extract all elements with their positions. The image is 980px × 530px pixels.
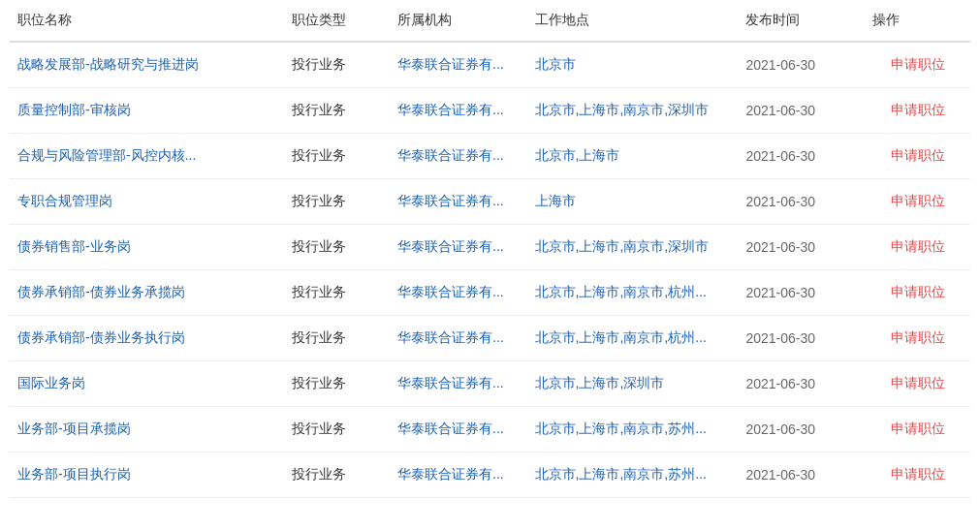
org-link[interactable]: 华泰联合证券有...: [397, 375, 504, 390]
table-row: 专职合规管理岗 投行业务 华泰联合证券有... 上海市 2021-06-30 申…: [10, 179, 970, 225]
main-container: 职位名称 职位类型 所属机构 工作地点 发布时间 操作 战略发展部-战略研究与推…: [0, 0, 980, 498]
apply-button[interactable]: 申请职位: [891, 102, 945, 117]
job-type-cell: 投行业务: [284, 179, 390, 225]
job-name-cell: 合规与风险管理部-风控内核...: [10, 134, 284, 179]
job-action-cell: 申请职位: [865, 361, 970, 407]
job-action-cell: 申请职位: [865, 316, 970, 361]
job-name-link[interactable]: 战略发展部-战略研究与推进岗: [17, 56, 199, 72]
job-action-cell: 申请职位: [865, 270, 970, 316]
job-name-cell: 业务部-项目执行岗: [10, 452, 284, 498]
job-type-cell: 投行业务: [284, 316, 390, 361]
job-name-link[interactable]: 债券承销部-债券业务承揽岗: [17, 284, 185, 299]
job-org-cell: 华泰联合证券有...: [390, 179, 527, 225]
apply-button[interactable]: 申请职位: [891, 193, 945, 208]
table-row: 质量控制部-审核岗 投行业务 华泰联合证券有... 北京市,上海市,南京市,深圳…: [10, 88, 970, 134]
job-type-cell: 投行业务: [284, 407, 390, 452]
header-org: 所属机构: [390, 0, 527, 42]
job-date-cell: 2021-06-30: [738, 452, 865, 498]
job-location-cell: 北京市,上海市,南京市,深圳市: [527, 225, 739, 270]
job-type-cell: 投行业务: [284, 452, 390, 498]
org-link[interactable]: 华泰联合证券有...: [397, 238, 504, 254]
job-name-link[interactable]: 质量控制部-审核岗: [17, 102, 131, 117]
org-link[interactable]: 华泰联合证券有...: [397, 56, 504, 72]
job-name-link[interactable]: 债券承销部-债券业务执行岗: [17, 329, 185, 345]
header-date: 发布时间: [738, 0, 865, 42]
job-name-cell: 质量控制部-审核岗: [10, 88, 284, 134]
job-action-cell: 申请职位: [865, 225, 970, 270]
table-row: 国际业务岗 投行业务 华泰联合证券有... 北京市,上海市,深圳市 2021-0…: [10, 361, 970, 407]
header-type: 职位类型: [284, 0, 390, 42]
job-date-cell: 2021-06-30: [738, 88, 865, 134]
job-action-cell: 申请职位: [865, 134, 970, 179]
job-type-cell: 投行业务: [284, 42, 390, 88]
job-org-cell: 华泰联合证券有...: [390, 42, 527, 88]
apply-button[interactable]: 申请职位: [891, 56, 945, 72]
org-link[interactable]: 华泰联合证券有...: [397, 421, 504, 436]
job-action-cell: 申请职位: [865, 88, 970, 134]
job-date-cell: 2021-06-30: [738, 179, 865, 225]
job-org-cell: 华泰联合证券有...: [390, 270, 527, 316]
job-type-cell: 投行业务: [284, 225, 390, 270]
table-row: 战略发展部-战略研究与推进岗 投行业务 华泰联合证券有... 北京市 2021-…: [10, 42, 970, 88]
job-name-link[interactable]: 专职合规管理岗: [17, 193, 112, 208]
job-name-link[interactable]: 债券销售部-业务岗: [17, 238, 131, 254]
job-action-cell: 申请职位: [865, 179, 970, 225]
job-location-cell: 上海市: [527, 179, 739, 225]
job-name-cell: 债券销售部-业务岗: [10, 225, 284, 270]
apply-button[interactable]: 申请职位: [891, 329, 945, 345]
job-location-cell: 北京市,上海市,深圳市: [527, 361, 739, 407]
job-action-cell: 申请职位: [865, 452, 970, 498]
apply-button[interactable]: 申请职位: [891, 238, 945, 254]
table-row: 债券承销部-债券业务执行岗 投行业务 华泰联合证券有... 北京市,上海市,南京…: [10, 316, 970, 361]
apply-button[interactable]: 申请职位: [891, 421, 945, 436]
job-org-cell: 华泰联合证券有...: [390, 134, 527, 179]
job-name-link[interactable]: 国际业务岗: [17, 375, 85, 390]
job-name-cell: 战略发展部-战略研究与推进岗: [10, 42, 284, 88]
job-org-cell: 华泰联合证券有...: [390, 407, 527, 452]
job-location-cell: 北京市,上海市,南京市,苏州...: [527, 407, 739, 452]
job-action-cell: 申请职位: [865, 42, 970, 88]
job-name-link[interactable]: 业务部-项目执行岗: [17, 466, 131, 482]
job-date-cell: 2021-06-30: [738, 42, 865, 88]
job-date-cell: 2021-06-30: [738, 225, 865, 270]
job-date-cell: 2021-06-30: [738, 134, 865, 179]
job-name-link[interactable]: 业务部-项目承揽岗: [17, 421, 131, 436]
header-name: 职位名称: [10, 0, 284, 42]
job-location-cell: 北京市: [527, 42, 739, 88]
jobs-table: 职位名称 职位类型 所属机构 工作地点 发布时间 操作 战略发展部-战略研究与推…: [10, 0, 970, 498]
job-org-cell: 华泰联合证券有...: [390, 316, 527, 361]
job-type-cell: 投行业务: [284, 361, 390, 407]
job-type-cell: 投行业务: [284, 270, 390, 316]
apply-button[interactable]: 申请职位: [891, 375, 945, 390]
org-link[interactable]: 华泰联合证券有...: [397, 284, 504, 299]
table-row: 债券销售部-业务岗 投行业务 华泰联合证券有... 北京市,上海市,南京市,深圳…: [10, 225, 970, 270]
job-location-cell: 北京市,上海市,南京市,杭州...: [527, 316, 739, 361]
job-location-cell: 北京市,上海市,南京市,深圳市: [527, 88, 739, 134]
table-row: 业务部-项目承揽岗 投行业务 华泰联合证券有... 北京市,上海市,南京市,苏州…: [10, 407, 970, 452]
apply-button[interactable]: 申请职位: [891, 147, 945, 163]
job-date-cell: 2021-06-30: [738, 270, 865, 316]
org-link[interactable]: 华泰联合证券有...: [397, 147, 504, 163]
header-location: 工作地点: [527, 0, 739, 42]
job-org-cell: 华泰联合证券有...: [390, 361, 527, 407]
job-org-cell: 华泰联合证券有...: [390, 452, 527, 498]
org-link[interactable]: 华泰联合证券有...: [397, 466, 504, 482]
table-row: 债券承销部-债券业务承揽岗 投行业务 华泰联合证券有... 北京市,上海市,南京…: [10, 270, 970, 316]
org-link[interactable]: 华泰联合证券有...: [397, 193, 504, 208]
job-name-link[interactable]: 合规与风险管理部-风控内核...: [17, 147, 196, 163]
job-location-cell: 北京市,上海市,南京市,苏州...: [527, 452, 739, 498]
job-name-cell: 债券承销部-债券业务承揽岗: [10, 270, 284, 316]
apply-button[interactable]: 申请职位: [891, 466, 945, 482]
table-row: 业务部-项目执行岗 投行业务 华泰联合证券有... 北京市,上海市,南京市,苏州…: [10, 452, 970, 498]
job-org-cell: 华泰联合证券有...: [390, 88, 527, 134]
job-name-cell: 专职合规管理岗: [10, 179, 284, 225]
org-link[interactable]: 华泰联合证券有...: [397, 102, 504, 117]
apply-button[interactable]: 申请职位: [891, 284, 945, 299]
header-action: 操作: [865, 0, 970, 42]
job-org-cell: 华泰联合证券有...: [390, 225, 527, 270]
job-type-cell: 投行业务: [284, 134, 390, 179]
job-action-cell: 申请职位: [865, 407, 970, 452]
job-date-cell: 2021-06-30: [738, 361, 865, 407]
job-type-cell: 投行业务: [284, 88, 390, 134]
org-link[interactable]: 华泰联合证券有...: [397, 329, 504, 345]
